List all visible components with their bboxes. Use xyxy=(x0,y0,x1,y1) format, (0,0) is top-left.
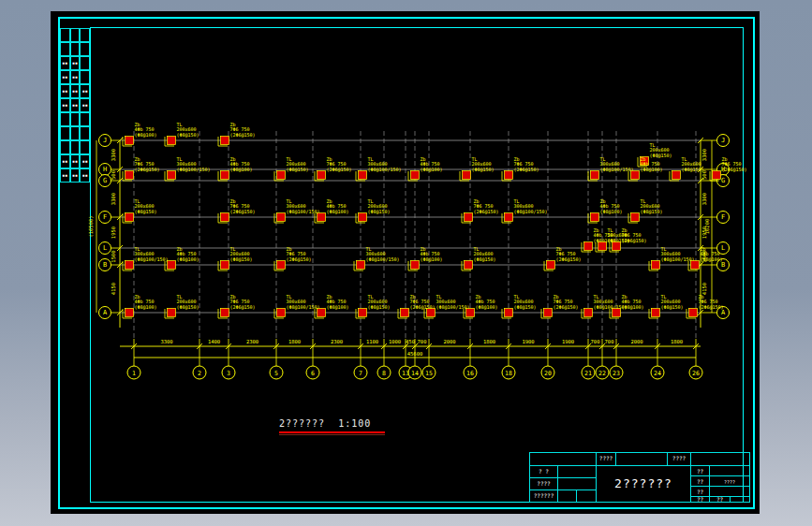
sheet-inner-border xyxy=(90,27,744,503)
strip-cell-8-1 xyxy=(70,140,81,154)
title-block: ???? ???? ? ? ???? ?????? 2?????? ?? ?? … xyxy=(529,452,750,503)
tb-left-value-2b xyxy=(576,489,597,503)
strip-cell-3-2 xyxy=(80,70,90,84)
tb-top-cell-0 xyxy=(529,452,597,466)
tb-top-cell-1: ???? xyxy=(596,452,616,466)
drawing-title: 2??????1:100 xyxy=(279,418,401,429)
strip-cell-5-2: ▪▪ xyxy=(80,98,90,112)
strip-cell-3-1: ▪▪ xyxy=(70,70,81,84)
strip-cell-8-2 xyxy=(80,140,90,154)
strip-cell-10-1: ▪▪ xyxy=(70,168,81,183)
drawing-sheet xyxy=(51,11,760,514)
strip-cell-6-2 xyxy=(80,112,90,126)
strip-cell-3-0: ▪▪ xyxy=(60,70,70,84)
tb-top-cell-3: ???? xyxy=(667,452,691,466)
strip-cell-2-1: ▪▪ xyxy=(70,56,81,70)
strip-cell-7-1 xyxy=(70,126,81,140)
tb-left-label-1: ???? xyxy=(529,477,558,490)
tb-bottom-cell-0: ?? xyxy=(690,496,710,503)
strip-cell-9-2: ▪▪ xyxy=(80,154,90,168)
strip-cell-10-2: ▪▪ xyxy=(80,168,90,183)
strip-cell-2-2 xyxy=(80,56,90,70)
strip-cell-4-0: ▪▪ xyxy=(60,84,70,98)
tb-left-value-0 xyxy=(557,465,597,478)
strip-cell-7-0 xyxy=(60,126,70,140)
title-underline-2 xyxy=(279,434,385,435)
tb-left-label-0: ? ? xyxy=(529,465,558,478)
strip-cell-10-0: ▪▪ xyxy=(60,168,70,183)
revision-strip-table: ▪▪▪▪▪▪▪▪▪▪▪▪▪▪▪▪▪▪▪▪▪▪▪▪▪▪▪▪▪▪▪▪ xyxy=(60,28,90,183)
strip-cell-0-1 xyxy=(70,28,81,42)
strip-cell-9-1: ▪▪ xyxy=(70,154,81,168)
strip-cell-9-0: ▪▪ xyxy=(60,154,70,168)
tb-left-label-2: ?????? xyxy=(529,489,558,503)
strip-cell-1-1 xyxy=(70,42,81,56)
strip-cell-2-0: ▪▪ xyxy=(60,56,70,70)
strip-cell-1-0 xyxy=(60,42,70,56)
strip-cell-1-2 xyxy=(80,42,90,56)
tb-top-cell-4 xyxy=(690,452,750,466)
strip-cell-0-2 xyxy=(80,28,90,42)
drawing-scale: 1:100 xyxy=(338,418,371,429)
title-underline xyxy=(279,431,385,433)
tb-top-cell-2 xyxy=(615,452,668,466)
strip-cell-4-1: ▪▪ xyxy=(70,84,81,98)
drawing-title-text: 2?????? xyxy=(279,418,325,429)
strip-cell-6-1 xyxy=(70,112,81,126)
tb-drawing-name: 2?????? xyxy=(596,465,691,503)
strip-cell-7-2 xyxy=(80,126,90,140)
tb-left-value-2a xyxy=(557,489,577,503)
strip-cell-6-0 xyxy=(60,112,70,126)
strip-cell-4-2: ▪▪ xyxy=(80,84,90,98)
cad-viewer-screenshot: { "window": { "bg_top": "#8494a9", "bg_b… xyxy=(0,0,812,526)
strip-cell-5-1: ▪▪ xyxy=(70,98,81,112)
tb-left-value-1 xyxy=(557,477,597,490)
strip-cell-0-0 xyxy=(60,28,70,42)
tb-bottom-cell-2 xyxy=(730,496,750,503)
strip-cell-8-0 xyxy=(60,140,70,154)
tb-bottom-cell-1: ?? xyxy=(709,496,731,503)
strip-cell-5-0: ▪▪ xyxy=(60,98,70,112)
